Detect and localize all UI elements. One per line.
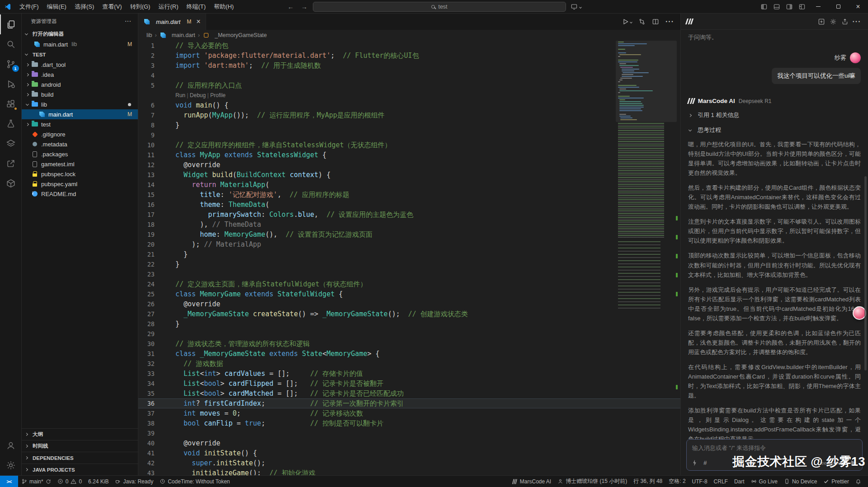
test-tab[interactable] (0, 114, 22, 134)
minimap-slider[interactable] (616, 41, 677, 122)
monitor-icon[interactable] (570, 0, 582, 14)
share-tab[interactable] (0, 154, 22, 173)
accounts-button[interactable] (0, 435, 22, 455)
layout-sidebar-right-icon[interactable] (783, 0, 796, 14)
layers-tab[interactable] (0, 134, 22, 154)
explorer-tab[interactable] (0, 14, 22, 34)
more-actions-icon[interactable] (665, 18, 674, 26)
ai-settings-gear-icon[interactable] (827, 16, 839, 28)
search-tab[interactable] (0, 34, 22, 54)
tree-item-README.md[interactable]: README.md (22, 189, 138, 199)
lock-icon (31, 171, 38, 178)
tree-item-android[interactable]: android (22, 80, 138, 89)
menu-查看(V)[interactable]: 查看(V) (98, 0, 126, 14)
code-editor[interactable]: 1// 导入必要的包2import 'package:flutter/mater… (138, 41, 680, 475)
status-cursor-position[interactable]: 行 36, 列 48 (630, 476, 665, 487)
sidebar-section-JAVA PROJECTS[interactable]: JAVA PROJECTS (22, 464, 138, 475)
status-problems[interactable]: 00 (54, 476, 85, 487)
export-icon[interactable] (839, 16, 851, 28)
title-bar-right (758, 0, 868, 13)
tree-item-pubspec.lock[interactable]: pubspec.lock (22, 169, 138, 179)
run-button[interactable] (622, 18, 632, 25)
tree-item-.dart_tool[interactable]: .dart_tool (22, 60, 138, 70)
status-language-mode[interactable]: Dart (731, 476, 748, 487)
status-flutter-device[interactable]: No Device (781, 476, 820, 487)
run-debug-tab[interactable] (0, 74, 22, 94)
tree-item-pubspec.yaml[interactable]: pubspec.yaml (22, 179, 138, 189)
menu-运行(R)[interactable]: 运行(R) (154, 0, 182, 14)
codelens-run[interactable]: Run (175, 92, 185, 98)
chat-input[interactable]: 输入消息或者 "/" 来选择指令 (692, 444, 857, 452)
tree-item-main.dart[interactable]: main.dartM (22, 109, 138, 119)
source-control-tab[interactable]: 1 (0, 54, 22, 74)
tree-item-.gitignore[interactable]: .gitignore (22, 129, 138, 139)
status-blame-info[interactable]: 博士赠琥珀饼 (15 小时前) (554, 476, 630, 487)
tree-item-gametest.iml[interactable]: gametest.iml (22, 159, 138, 169)
reference-toggle[interactable]: 引用 1 相关信息 (688, 111, 861, 119)
breadcrumb-lib[interactable]: lib (146, 32, 152, 38)
status-go-live[interactable]: Go Live (748, 476, 781, 487)
panel-scrollbar[interactable] (864, 176, 867, 370)
minimize-button[interactable] (808, 0, 828, 14)
restore-button[interactable] (828, 0, 848, 14)
layout-panel-icon[interactable] (770, 0, 783, 14)
section-project[interactable]: TEST (22, 49, 138, 60)
menu-编辑(E)[interactable]: 编辑(E) (43, 0, 71, 14)
diff-icon[interactable] (638, 18, 646, 25)
status-file-size[interactable]: 6.24 KiB (85, 476, 112, 487)
status-indentation[interactable]: 空格: 2 (665, 476, 689, 487)
quick-command-icon[interactable] (692, 460, 697, 466)
split-editor-icon[interactable] (652, 18, 659, 25)
sidebar-section-大纲[interactable]: 大纲 (22, 428, 138, 440)
status-java-status[interactable]: Java: Ready (112, 476, 156, 487)
thinking-paragraph: 添加胜利弹窗需要在build方法中检查是否所有卡片已匹配，如果是，则显示Dial… (688, 406, 861, 444)
layout-customize-icon[interactable] (796, 0, 808, 14)
menu-转到(G)[interactable]: 转到(G) (126, 0, 155, 14)
breadcrumb-main.dart[interactable]: main.dart (160, 32, 195, 39)
sidebar-more-actions-icon[interactable] (125, 19, 132, 24)
section-open-editors[interactable]: 打开的编辑器 (22, 29, 138, 39)
tab-main-dart[interactable]: main.dart M (138, 14, 206, 30)
status-marscode[interactable]: MarsCode AI (509, 476, 554, 487)
status-remote[interactable]: >< (0, 476, 18, 487)
menu-文件(F)[interactable]: 文件(F) (15, 0, 43, 14)
tree-item-test[interactable]: test (22, 119, 138, 129)
menu-终端(T)[interactable]: 终端(T) (182, 0, 210, 14)
tree-item-.idea[interactable]: .idea (22, 70, 138, 80)
container-tab[interactable] (0, 173, 22, 193)
search-icon (431, 5, 435, 9)
status-left: ><main*006.24 KiBJava: ReadyCodeTime: Wi… (0, 476, 233, 487)
status-notifications[interactable] (852, 476, 864, 487)
tree-item-build[interactable]: build (22, 89, 138, 99)
status-prettier[interactable]: Prettier (820, 476, 852, 487)
forward-arrow-icon[interactable] (299, 3, 309, 10)
status-eol[interactable]: CRLF (711, 476, 731, 487)
open-editor-main.dart[interactable]: main.dartlibM (22, 39, 138, 49)
status-git-branch[interactable]: main* (18, 476, 54, 487)
menu-帮助(H)[interactable]: 帮助(H) (210, 0, 238, 14)
tree-item-.packages[interactable]: .packages (22, 149, 138, 159)
breadcrumb-_MemoryGameState[interactable]: _MemoryGameState (203, 32, 267, 39)
command-center-search[interactable]: test (313, 2, 566, 12)
status-codetime[interactable]: CodeTime: Without Token (156, 476, 233, 487)
status-encoding[interactable]: UTF-8 (689, 476, 711, 487)
minimap[interactable] (618, 42, 673, 309)
menu-选择(S)[interactable]: 选择(S) (71, 0, 98, 14)
layout-sidebar-left-icon[interactable] (758, 0, 770, 14)
tree-item-.metadata[interactable]: .metadata (22, 139, 138, 149)
sidebar-section-时间线[interactable]: 时间线 (22, 440, 138, 452)
close-icon[interactable] (196, 18, 200, 26)
new-chat-icon[interactable] (816, 16, 827, 28)
settings-button[interactable] (0, 455, 22, 475)
extensions-tab[interactable] (0, 94, 22, 114)
sidebar-section-DEPENDENCIES[interactable]: DEPENDENCIES (22, 452, 138, 464)
back-arrow-icon[interactable] (286, 3, 296, 10)
thinking-toggle[interactable]: 思考过程 (688, 126, 861, 134)
ai-more-actions-icon[interactable] (851, 16, 863, 28)
codelens-profile[interactable]: Profile (210, 92, 226, 98)
tree-item-lib[interactable]: lib (22, 99, 138, 109)
codelens-debug[interactable]: Debug (190, 92, 206, 98)
close-button[interactable] (848, 0, 868, 14)
hash-icon[interactable]: # (703, 459, 707, 466)
chevron-right-icon (25, 433, 28, 436)
